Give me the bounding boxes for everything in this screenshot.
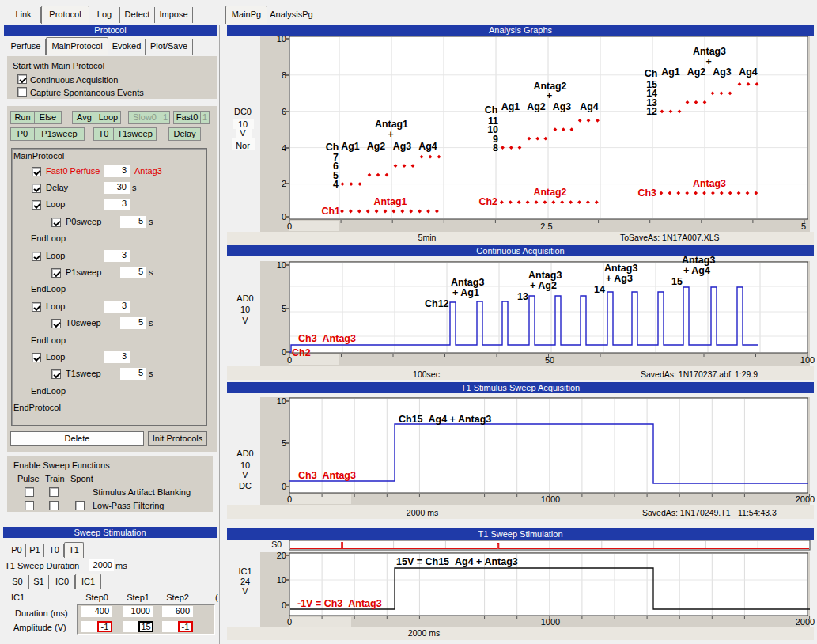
svg-text:AD0: AD0 <box>236 449 253 458</box>
svg-text:Ch: Ch <box>326 142 339 153</box>
svg-text:V: V <box>242 586 248 596</box>
svg-text:SavedAs: 1N170237.abf: SavedAs: 1N170237.abf <box>641 369 731 379</box>
svg-text:T1 Sweep Stimulation: T1 Sweep Stimulation <box>478 529 563 539</box>
svg-text:15V = Ch15 Ag4 + Antag3: 15V = Ch15 Ag4 + Antag3 <box>396 556 518 567</box>
svg-text:SavedAs: 1N170249.T1: SavedAs: 1N170249.T1 <box>642 508 731 517</box>
svg-text:5: 5 <box>282 438 286 448</box>
svg-text:0: 0 <box>282 482 286 491</box>
svg-text:Antag2: Antag2 <box>534 187 567 198</box>
svg-text:1000: 1000 <box>541 494 560 504</box>
svg-text:11: 11 <box>488 116 498 127</box>
svg-text:Antag3: Antag3 <box>451 277 484 288</box>
svg-text:0: 0 <box>287 494 292 504</box>
svg-text:Ch15 Ag4 + Antag3: Ch15 Ag4 + Antag3 <box>399 414 491 425</box>
svg-text:Ag1: Ag1 <box>661 66 680 78</box>
svg-text:Ag1: Ag1 <box>341 141 360 152</box>
svg-text:50: 50 <box>545 355 554 365</box>
svg-text:V: V <box>240 128 246 138</box>
svg-text:2000: 2000 <box>796 617 815 627</box>
svg-text:Ag3: Ag3 <box>713 66 732 78</box>
svg-text:Ag3: Ag3 <box>393 141 412 152</box>
svg-text:10: 10 <box>240 305 250 314</box>
svg-text:Ag4: Ag4 <box>418 141 437 152</box>
svg-text:-1V = Ch3 Antag3: -1V = Ch3 Antag3 <box>297 598 382 609</box>
svg-text:+ Ag2: + Ag2 <box>530 280 557 291</box>
svg-text:7: 7 <box>333 152 339 163</box>
svg-text:T1 Stimulus Sweep Acquisition: T1 Stimulus Sweep Acquisition <box>461 383 580 392</box>
svg-text:2000 ms: 2000 ms <box>408 628 440 638</box>
svg-text:0: 0 <box>282 212 286 222</box>
svg-text:+ Ag1: + Ag1 <box>452 287 479 298</box>
svg-text:10: 10 <box>277 34 286 44</box>
svg-text:IC1: IC1 <box>238 566 252 576</box>
svg-text:Ch1: Ch1 <box>322 206 341 217</box>
svg-text:Nor: Nor <box>236 141 250 150</box>
svg-text:5min: 5min <box>418 233 437 242</box>
svg-text:Antag3: Antag3 <box>682 255 715 266</box>
svg-text:1000: 1000 <box>541 617 560 627</box>
svg-text:+ Ag3: + Ag3 <box>606 273 633 284</box>
svg-text:Ch2: Ch2 <box>479 196 498 207</box>
svg-text:2: 2 <box>282 179 286 188</box>
svg-text:24: 24 <box>240 577 250 586</box>
svg-text:Ag4: Ag4 <box>739 66 758 78</box>
svg-text:Antag1: Antag1 <box>374 196 407 207</box>
svg-text:13: 13 <box>517 291 528 302</box>
svg-text:Ch: Ch <box>485 104 498 116</box>
svg-text:5: 5 <box>801 222 806 231</box>
svg-text:Ag2: Ag2 <box>687 66 706 78</box>
svg-text:Antag3: Antag3 <box>693 178 726 189</box>
svg-text:6: 6 <box>282 107 286 116</box>
svg-text:V: V <box>242 316 248 325</box>
svg-text:2000: 2000 <box>796 494 815 504</box>
svg-text:100sec: 100sec <box>413 369 440 379</box>
svg-text:ToSaveAs: 1N17A007.XLS: ToSaveAs: 1N17A007.XLS <box>620 233 720 242</box>
svg-text:Ag2: Ag2 <box>527 101 546 112</box>
svg-text:Ch12: Ch12 <box>425 298 449 309</box>
svg-text:+: + <box>388 129 393 140</box>
svg-text:Ch3 Antag3: Ch3 Antag3 <box>298 333 356 344</box>
svg-text:8: 8 <box>282 70 286 80</box>
svg-text:0: 0 <box>287 222 292 231</box>
svg-text:10: 10 <box>277 575 286 585</box>
svg-text:100: 100 <box>800 355 815 365</box>
svg-text:2.5: 2.5 <box>540 222 552 231</box>
svg-text:Ch3 Antag3: Ch3 Antag3 <box>298 470 356 481</box>
svg-text:Ag4: Ag4 <box>580 101 599 112</box>
svg-text:+ Ag4: + Ag4 <box>683 265 710 276</box>
svg-text:AD0: AD0 <box>236 294 253 303</box>
svg-text:0: 0 <box>282 347 286 357</box>
svg-text:10: 10 <box>277 260 286 270</box>
svg-text:Ag1: Ag1 <box>501 101 520 112</box>
svg-text:Antag3: Antag3 <box>604 263 637 274</box>
svg-text:Ch3: Ch3 <box>638 188 657 199</box>
svg-text:20: 20 <box>277 551 286 560</box>
svg-text:10: 10 <box>277 396 286 406</box>
svg-text:Ag2: Ag2 <box>367 141 386 152</box>
svg-text:Analysis Graphs: Analysis Graphs <box>489 25 553 35</box>
svg-text:1:29.9: 1:29.9 <box>735 369 758 379</box>
svg-text:+: + <box>705 56 711 67</box>
svg-text:0: 0 <box>287 617 292 627</box>
svg-text:14: 14 <box>594 284 605 295</box>
svg-text:Antag3: Antag3 <box>528 270 562 281</box>
svg-text:Ch2: Ch2 <box>292 347 311 358</box>
svg-text:5: 5 <box>282 304 286 313</box>
svg-text:15: 15 <box>646 79 657 90</box>
svg-text:+: + <box>547 90 552 101</box>
svg-text:2000 ms: 2000 ms <box>407 508 438 517</box>
svg-text:10: 10 <box>240 460 250 470</box>
svg-text:15: 15 <box>671 276 683 287</box>
svg-text:DC: DC <box>239 481 252 491</box>
svg-text:Ag3: Ag3 <box>553 101 572 112</box>
svg-text:Continuous Acquisition: Continuous Acquisition <box>476 246 564 256</box>
svg-text:Ch: Ch <box>645 68 658 79</box>
svg-text:0: 0 <box>282 600 286 610</box>
svg-text:DC0: DC0 <box>234 107 252 116</box>
svg-text:S0: S0 <box>271 540 282 549</box>
svg-text:4: 4 <box>282 143 286 153</box>
svg-text:V: V <box>242 470 248 479</box>
svg-text:11:54:43.3: 11:54:43.3 <box>738 508 777 517</box>
